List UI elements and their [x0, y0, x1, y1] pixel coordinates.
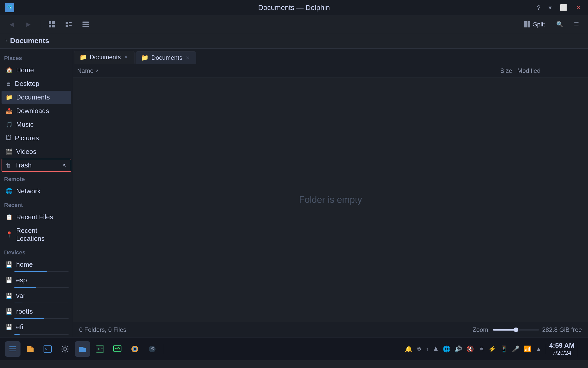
- menu-app-icon[interactable]: [5, 341, 20, 357]
- clock-date: 7/20/24: [552, 350, 571, 356]
- mute-tray-icon[interactable]: 🔇: [465, 344, 475, 354]
- pictures-icon: 🖼: [6, 135, 11, 142]
- zoom-slider-thumb[interactable]: [514, 327, 518, 332]
- zoom-slider-fill: [493, 329, 516, 331]
- esp-icon: 💾: [6, 277, 13, 284]
- svg-rect-0: [49, 21, 51, 24]
- sidebar-item-pictures[interactable]: 🖼 Pictures: [2, 132, 71, 145]
- sidebar-item-home[interactable]: 🏠 Home: [2, 64, 71, 77]
- taskbar-clock[interactable]: 4:59 AM 7/20/24: [549, 342, 575, 356]
- sidebar-item-efi-label: efi: [16, 323, 67, 331]
- sidebar-item-documents[interactable]: 📁 Documents: [2, 91, 71, 104]
- recent-section-label: Recent: [0, 198, 73, 210]
- svg-text:>_: >_: [45, 347, 49, 351]
- svg-rect-5: [69, 22, 72, 23]
- forward-button[interactable]: ▶: [22, 18, 35, 31]
- trash-icon: 🗑: [6, 162, 11, 169]
- network-activity-icon[interactable]: ↑: [425, 344, 430, 354]
- menu-button[interactable]: ☰: [570, 18, 583, 31]
- minimize-button[interactable]: ▾: [546, 3, 554, 12]
- tab-close-1[interactable]: ✕: [123, 54, 129, 61]
- title-bar-left: 🐬: [5, 3, 14, 12]
- recent-files-icon: 📋: [6, 214, 13, 221]
- var-storage-bar: [14, 303, 69, 303]
- files-taskbar-icon[interactable]: [23, 341, 38, 357]
- dropbox-tray-icon[interactable]: ❄: [416, 344, 423, 354]
- expand-tray-icon[interactable]: ▲: [534, 344, 543, 354]
- sidebar-item-downloads[interactable]: 📥 Downloads: [2, 104, 71, 117]
- wifi-tray-icon[interactable]: 📶: [523, 344, 532, 354]
- column-headers: Name ∧ Size Modified: [73, 64, 588, 77]
- browser-tray-icon[interactable]: 🌐: [442, 344, 451, 354]
- sidebar-item-esp[interactable]: 💾 esp: [2, 274, 71, 289]
- sidebar-item-pictures-label: Pictures: [15, 134, 67, 142]
- downloads-icon: 📥: [6, 108, 13, 114]
- efi-storage-fill: [14, 334, 20, 335]
- tab-label-1: Documents: [90, 54, 121, 61]
- zoom-control: Zoom: 282.8 GiB free: [472, 326, 582, 333]
- bluetooth-tray-icon[interactable]: ⚡: [487, 344, 497, 354]
- app-icon: 🐬: [5, 3, 14, 12]
- view-icons-button[interactable]: [45, 18, 58, 31]
- sidebar-item-trash[interactable]: 🗑 Trash ↖: [2, 159, 71, 172]
- monitor-taskbar-icon[interactable]: [110, 341, 125, 357]
- kdeconnect-tray-icon[interactable]: 📱: [499, 344, 509, 354]
- remote-section-label: Remote: [0, 172, 73, 184]
- home-storage-fill: [14, 271, 47, 272]
- help-button[interactable]: ?: [535, 3, 542, 12]
- restore-button[interactable]: ⬜: [558, 3, 570, 12]
- dolphin-taskbar-icon[interactable]: [75, 341, 90, 357]
- mic-tray-icon[interactable]: 🎤: [511, 344, 521, 354]
- back-button[interactable]: ◀: [5, 18, 18, 31]
- steam-taskbar-icon[interactable]: ⚙: [145, 341, 160, 357]
- firefox-taskbar-icon[interactable]: [127, 341, 142, 357]
- col-size-header[interactable]: Size: [471, 67, 517, 74]
- display-tray-icon[interactable]: 🖥: [477, 344, 485, 354]
- toolbar-separator-1: [40, 20, 40, 29]
- zoom-slider[interactable]: [493, 329, 539, 331]
- settings-taskbar-icon[interactable]: [57, 341, 73, 357]
- terminal-taskbar-icon[interactable]: >_: [40, 341, 55, 357]
- sidebar-item-rootfs-label: rootfs: [16, 307, 67, 315]
- sidebar-item-music[interactable]: 🎵 Music: [2, 118, 71, 131]
- svg-rect-6: [66, 25, 68, 27]
- sort-arrow: ∧: [96, 68, 99, 74]
- sidebar-item-recent-files-label: Recent Files: [16, 213, 67, 221]
- tab-documents-2[interactable]: 📁 Documents ✕: [136, 51, 196, 64]
- breadcrumb-path[interactable]: Documents: [10, 37, 49, 45]
- audio-tray-icon[interactable]: 🔊: [453, 344, 463, 354]
- sidebar-item-var-label: var: [16, 292, 67, 300]
- sidebar-item-recent-files[interactable]: 📋 Recent Files: [2, 211, 71, 224]
- konsole-taskbar-icon[interactable]: [92, 341, 108, 357]
- sidebar-item-efi[interactable]: 💾 efi: [2, 321, 71, 336]
- tab-close-2[interactable]: ✕: [185, 54, 191, 61]
- col-name-header[interactable]: Name ∧: [77, 67, 471, 74]
- rootfs-storage-fill: [14, 318, 44, 319]
- sidebar-item-rootfs[interactable]: 💾 rootfs: [2, 305, 71, 320]
- sidebar-item-recent-locations[interactable]: 📍 Recent Locations: [2, 224, 71, 245]
- window-title: Documents — Dolphin: [258, 4, 330, 12]
- tab-documents-1[interactable]: 📁 Documents ✕: [74, 51, 135, 64]
- sidebar-item-var[interactable]: 💾 var: [2, 289, 71, 304]
- show-desktop-button[interactable]: [578, 341, 583, 357]
- sidebar-item-home-device[interactable]: 💾 home: [2, 258, 71, 273]
- split-button[interactable]: Split: [520, 18, 549, 31]
- view-list-button[interactable]: [62, 18, 75, 31]
- col-modified-header[interactable]: Modified: [517, 67, 584, 74]
- network-icon: 🌐: [6, 188, 13, 195]
- steam-tray-icon[interactable]: ♟: [432, 344, 440, 354]
- search-button[interactable]: 🔍: [553, 18, 566, 31]
- close-button[interactable]: ✕: [574, 3, 583, 12]
- sidebar-item-videos[interactable]: 🎬 Videos: [2, 145, 71, 158]
- var-storage-fill: [14, 303, 23, 303]
- sidebar-item-documents-label: Documents: [16, 93, 67, 101]
- taskbar-right: 🔔 ❄ ↑ ♟ 🌐 🔊 🔇 🖥 ⚡ 📱 🎤 📶 ▲ 4:59 AM 7/20/2…: [404, 341, 583, 357]
- sidebar-item-desktop[interactable]: 🖥 Desktop: [2, 77, 71, 90]
- sidebar-item-network[interactable]: 🌐 Network: [2, 185, 71, 198]
- content-area: 📁 Documents ✕ 📁 Documents ✕ Name ∧ Size …: [73, 49, 588, 337]
- home-device-icon: 💾: [6, 261, 13, 268]
- sidebar-item-network-label: Network: [16, 187, 67, 195]
- view-compact-button[interactable]: [79, 18, 92, 31]
- notify-tray-icon[interactable]: 🔔: [404, 344, 414, 354]
- svg-point-18: [64, 348, 66, 350]
